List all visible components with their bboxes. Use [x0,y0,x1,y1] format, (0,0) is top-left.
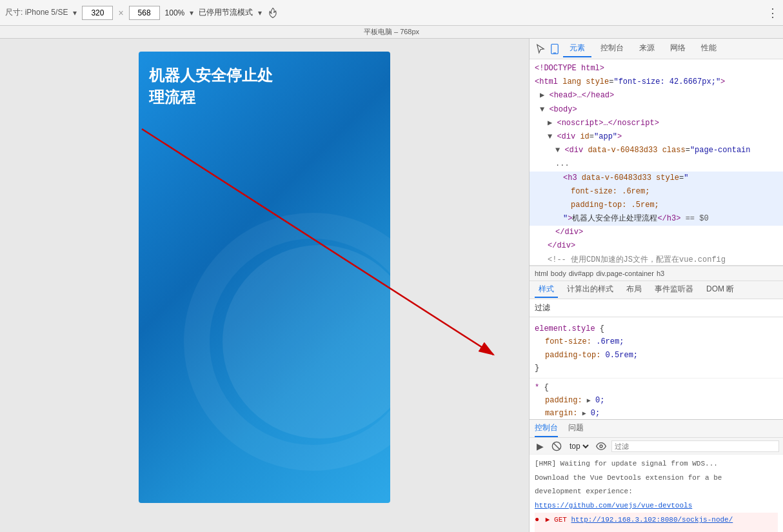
dom-line-comment1: <!-- 使用CDN加速的JS文件，配置在vue.config [530,253,783,266]
filter-label: 过滤 [535,302,550,313]
dom-line-h3-text: ">机器人安全停止处理流程</h3> == $0 [530,212,783,226]
console-error-detail: net::ERR_NETWORK_CHANGED [535,528,778,532]
console-run-button[interactable]: ▶ [533,440,546,453]
main-area: 机器人安全停止处理流程 元素 控制台 来源 网络 性能 [0,39,783,532]
phone-title: 机器人安全停止处理流程 [149,64,278,108]
tab-elements[interactable]: 元素 [563,40,591,57]
console-toolbar: ▶ top [530,438,783,455]
console-tabs: 控制台 问题 [530,420,783,438]
breadcrumb-body[interactable]: body [551,270,566,277]
dom-line-fontsize: font-size: .6rem; [530,185,783,199]
dom-line: ▼ <body> [530,103,783,117]
dimension-sep: × [118,8,123,18]
tab-dom-breakpoints[interactable]: DOM 断 [702,282,738,298]
breadcrumb-page-container[interactable]: div.page-container [596,270,654,277]
console-filter-input[interactable] [611,440,779,452]
tab-sources[interactable]: 来源 [633,40,661,57]
css-rule-star: * { padding: ▶ 0; margin: ▶ 0; outline: … [530,379,783,419]
console-hmr-msg: [HMR] Waiting for update signal from WDS… [535,457,778,471]
svg-rect-2 [551,44,559,54]
dom-line-h3-open[interactable]: <h3 data-v-60483d33 style=" [530,172,783,185]
filter-input[interactable] [553,302,778,315]
devtools-tabs: 元素 控制台 来源 网络 性能 [530,39,783,59]
css-rules: element.style { font-size: .6rem; paddin… [530,317,783,419]
zoom-text: 100% [165,8,185,17]
bg-circle-1 [223,245,390,438]
console-messages: [HMR] Waiting for update signal from WDS… [530,455,783,532]
browser-preview: 机器人安全停止处理流程 [0,39,529,532]
console-eye-button[interactable] [595,440,608,453]
svg-line-5 [553,443,559,449]
bg-circle-2 [184,213,390,471]
more-options-button[interactable]: ⋮ [767,6,778,20]
tab-event-listeners[interactable]: 事件监听器 [651,282,697,298]
dom-line: <!DOCTYPE html> [530,62,783,75]
phone-frame: 机器人安全停止处理流程 [139,52,390,503]
breadcrumb-app[interactable]: div#app [569,270,594,277]
dom-line-div-close: </div> [530,226,783,239]
tab-console[interactable]: 控制台 [594,40,630,57]
dom-line: <html lang style="font-size: 42.6667px;"… [530,75,783,89]
svg-point-6 [600,445,602,448]
flame-icon[interactable] [267,7,279,19]
mode-text: 已停用节流模式 [199,7,253,18]
height-input[interactable] [129,6,160,20]
tab-performance[interactable]: 性能 [695,40,723,57]
dom-tree: <!DOCTYPE html> <html lang style="font-s… [530,59,783,266]
devtools-panel: 元素 控制台 来源 网络 性能 <!DOCTYPE html> <html la… [529,39,783,532]
tab-network[interactable]: 网络 [664,40,692,57]
dom-line-div-close2: </div> [530,239,783,253]
console-error-msg: ● ▶ GET http://192.168.3.102:8080/sockjs… [535,513,778,527]
top-toolbar: 尺寸: iPhone 5/SE ▾ × 100% ▾ 已停用节流模式 ▾ ⋮ [0,0,783,26]
ruler-label: 平板电脑 – 768px [364,27,419,37]
console-devtools-msg: Download the Vue Devtools extension for … [535,471,778,486]
size-label: 尺寸: iPhone 5/SE [5,7,68,18]
dom-line-dots: ... [530,157,783,171]
breadcrumb-h3[interactable]: h3 [657,270,664,277]
dom-section: <!DOCTYPE html> <html lang style="font-s… [530,59,783,266]
width-input[interactable] [82,6,113,20]
style-tabs: 样式 计算出的样式 布局 事件监听器 DOM 断 [530,281,783,299]
console-top-select[interactable]: top [567,441,591,451]
ruler-area: 平板电脑 – 768px [0,26,783,39]
tab-computed[interactable]: 计算出的样式 [563,282,617,298]
dom-line: ▶ <head>…</head> [530,89,783,103]
console-devtools-link[interactable]: https://github.com/vuejs/vue-devtools [535,499,778,513]
dom-line-paddingtop: padding-top: .5rem; [530,199,783,212]
breadcrumb-bar: html body div#app div.page-container h3 [530,266,783,281]
console-devtools-msg2: development experience: [535,485,778,499]
dom-line: ▼ <div data-v-60483d33 class="page-conta… [530,144,783,157]
breadcrumb-html[interactable]: html [535,270,548,277]
console-panel: 控制台 问题 ▶ top [HMR [530,419,783,532]
filter-bar: 过滤 [530,299,783,317]
console-tab-issues[interactable]: 问题 [568,420,584,437]
tab-styles[interactable]: 样式 [535,282,558,298]
dom-line: ▼ <div id="app"> [530,130,783,144]
tab-layout[interactable]: 布局 [622,282,646,298]
cursor-icon[interactable] [535,43,546,55]
dom-line: ▶ <noscript>…</noscript> [530,117,783,130]
console-tab-console[interactable]: 控制台 [535,420,558,437]
responsive-icon[interactable] [549,43,560,55]
css-rule-element-style: element.style { font-size: .6rem; paddin… [530,320,783,379]
console-block-button[interactable] [550,440,563,453]
